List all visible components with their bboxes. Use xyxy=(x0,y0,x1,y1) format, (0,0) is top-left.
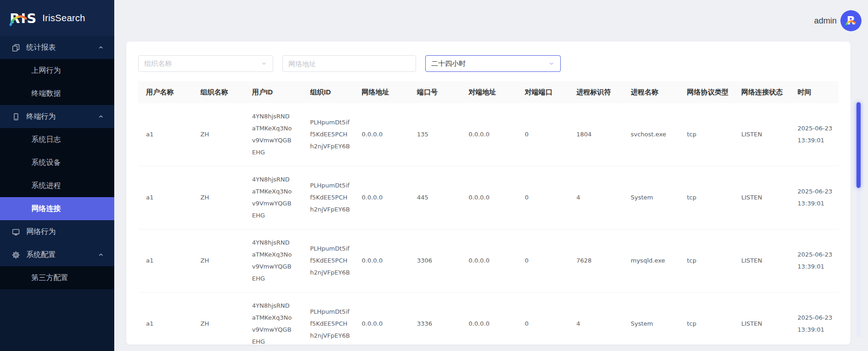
table-cell: System xyxy=(623,292,679,345)
column-header: 用户ID xyxy=(244,81,302,103)
table-cell: 135 xyxy=(409,103,461,166)
sidebar-nav: 统计报表 上网行为 终端数据 终端行为 系统日志 系统设备 xyxy=(0,36,114,289)
table-cell: a1 xyxy=(138,292,193,345)
submenu-config: 第三方配置 xyxy=(0,266,114,289)
table-cell: 2025-06-23 13:39:01 xyxy=(790,166,839,229)
chevron-down-icon xyxy=(548,60,555,67)
sidebar-item-statistics-report[interactable]: 统计报表 xyxy=(0,36,114,59)
table-cell: PLHpumDt5iff5KdEE5PCHh2njVFpEY6B xyxy=(302,103,354,166)
sidebar-item-terminal-data[interactable]: 终端数据 xyxy=(0,82,114,105)
sidebar-item-label: 第三方配置 xyxy=(31,273,68,283)
table-cell: a1 xyxy=(138,103,193,166)
table-cell: LISTEN xyxy=(733,166,790,229)
column-header: 进程标识符 xyxy=(569,81,623,103)
sidebar-item-network-connection[interactable]: 网络连接 xyxy=(0,197,114,220)
brand-name: IrisSearch xyxy=(42,13,85,23)
table-cell: svchost.exe xyxy=(623,103,679,166)
app-logo[interactable]: RIS IrisSearch xyxy=(0,0,114,36)
report-icon xyxy=(12,44,20,52)
table-cell: 0 xyxy=(517,292,569,345)
column-header: 对端端口 xyxy=(517,81,569,103)
scrollbar-thumb[interactable] xyxy=(856,102,861,188)
filter-bar: 组织名称 二十四小时 xyxy=(126,41,850,81)
table-cell: LISTEN xyxy=(733,229,790,292)
table-row: a1ZH4YN8hjsRNDaTMKeXq3Nov9VmwYQGBEHGPLHp… xyxy=(138,103,839,166)
gear-icon xyxy=(12,251,20,259)
sidebar-item-network-behavior[interactable]: 网络行为 xyxy=(0,220,114,243)
table-cell: a1 xyxy=(138,166,193,229)
table-cell: 0.0.0.0 xyxy=(461,103,517,166)
sidebar-item-label: 系统配置 xyxy=(26,250,56,260)
table-cell: 0.0.0.0 xyxy=(354,103,409,166)
table-cell: 7628 xyxy=(569,229,623,292)
table-cell: 2025-06-23 13:39:01 xyxy=(790,229,839,292)
table-cell: tcp xyxy=(679,166,733,229)
sidebar: RIS IrisSearch 统计报表 上网行为 终端数据 终端 xyxy=(0,0,114,351)
main-area: admin R 组织名称 二十四小时 xyxy=(114,0,868,351)
sidebar-item-internet-behavior[interactable]: 上网行为 xyxy=(0,59,114,82)
device-icon xyxy=(12,113,20,121)
connections-table: 用户名称组织名称用户ID组织ID网络地址端口号对端地址对端端口进程标识符进程名称… xyxy=(138,81,839,345)
table-cell: 2025-06-23 13:39:01 xyxy=(790,292,839,345)
time-range-select[interactable]: 二十四小时 xyxy=(425,55,561,72)
table-cell: ZH xyxy=(193,229,244,292)
scrollbar-track[interactable] xyxy=(856,102,861,337)
network-address-input[interactable] xyxy=(288,60,410,68)
submenu-terminal: 系统日志 系统设备 系统进程 网络连接 xyxy=(0,128,114,220)
table-cell: 0.0.0.0 xyxy=(354,166,409,229)
table-row: a1ZH4YN8hjsRNDaTMKeXq3Nov9VmwYQGBEHGPLHp… xyxy=(138,229,839,292)
chevron-up-icon xyxy=(98,252,104,258)
sidebar-item-terminal-behavior[interactable]: 终端行为 xyxy=(0,105,114,128)
table-cell: 4YN8hjsRNDaTMKeXq3Nov9VmwYQGBEHG xyxy=(244,166,302,229)
table-cell: PLHpumDt5iff5KdEE5PCHh2njVFpEY6B xyxy=(302,166,354,229)
column-header: 用户名称 xyxy=(138,81,193,103)
table-cell: 0.0.0.0 xyxy=(461,229,517,292)
column-header: 网络地址 xyxy=(354,81,409,103)
table-cell: 0.0.0.0 xyxy=(354,229,409,292)
monitor-icon xyxy=(12,228,20,236)
table-cell: 0 xyxy=(517,229,569,292)
sidebar-item-system-config[interactable]: 系统配置 xyxy=(0,243,114,266)
table-cell: 0 xyxy=(517,166,569,229)
table-cell: 2025-06-23 13:39:01 xyxy=(790,103,839,166)
sidebar-item-system-log[interactable]: 系统日志 xyxy=(0,128,114,151)
sidebar-item-label: 统计报表 xyxy=(26,43,56,53)
topbar: admin R xyxy=(114,0,868,41)
table-cell: 0.0.0.0 xyxy=(461,166,517,229)
table-header-row: 用户名称组织名称用户ID组织ID网络地址端口号对端地址对端端口进程标识符进程名称… xyxy=(138,81,839,103)
table-cell: 0 xyxy=(517,103,569,166)
sidebar-item-system-device[interactable]: 系统设备 xyxy=(0,151,114,174)
table-row: a1ZH4YN8hjsRNDaTMKeXq3Nov9VmwYQGBEHGPLHp… xyxy=(138,166,839,229)
column-header: 网络协议类型 xyxy=(679,81,733,103)
sidebar-item-label: 网络连接 xyxy=(31,204,61,214)
username-label[interactable]: admin xyxy=(814,16,837,26)
table-cell: tcp xyxy=(679,103,733,166)
table-cell: System xyxy=(623,166,679,229)
table-cell: PLHpumDt5iff5KdEE5PCHh2njVFpEY6B xyxy=(302,229,354,292)
table-cell: ZH xyxy=(193,166,244,229)
user-avatar[interactable]: R xyxy=(840,10,862,31)
table-cell: 4YN8hjsRNDaTMKeXq3Nov9VmwYQGBEHG xyxy=(244,292,302,345)
sidebar-item-label: 上网行为 xyxy=(31,66,61,76)
sidebar-item-system-process[interactable]: 系统进程 xyxy=(0,174,114,197)
table-cell: 0.0.0.0 xyxy=(354,292,409,345)
column-header: 组织ID xyxy=(302,81,354,103)
chevron-down-icon xyxy=(261,60,267,67)
table-cell: 4 xyxy=(569,166,623,229)
table-row: a1ZH4YN8hjsRNDaTMKeXq3Nov9VmwYQGBEHGPLHp… xyxy=(138,292,839,345)
sidebar-item-label: 系统设备 xyxy=(31,158,61,168)
table-cell: 4YN8hjsRNDaTMKeXq3Nov9VmwYQGBEHG xyxy=(244,229,302,292)
table-cell: tcp xyxy=(679,229,733,292)
org-name-select-placeholder: 组织名称 xyxy=(144,59,172,68)
brand-logo-icon: RIS xyxy=(9,8,38,28)
table-cell: LISTEN xyxy=(733,103,790,166)
table-cell: 4YN8hjsRNDaTMKeXq3Nov9VmwYQGBEHG xyxy=(244,103,302,166)
sidebar-item-third-party-config[interactable]: 第三方配置 xyxy=(0,266,114,289)
sidebar-item-label: 系统进程 xyxy=(31,181,61,191)
chevron-up-icon xyxy=(98,113,104,120)
sidebar-item-label: 系统日志 xyxy=(31,135,61,145)
org-name-select[interactable]: 组织名称 xyxy=(138,55,273,72)
table-cell: a1 xyxy=(138,229,193,292)
table-cell: 1804 xyxy=(569,103,623,166)
chevron-up-icon xyxy=(98,44,104,51)
